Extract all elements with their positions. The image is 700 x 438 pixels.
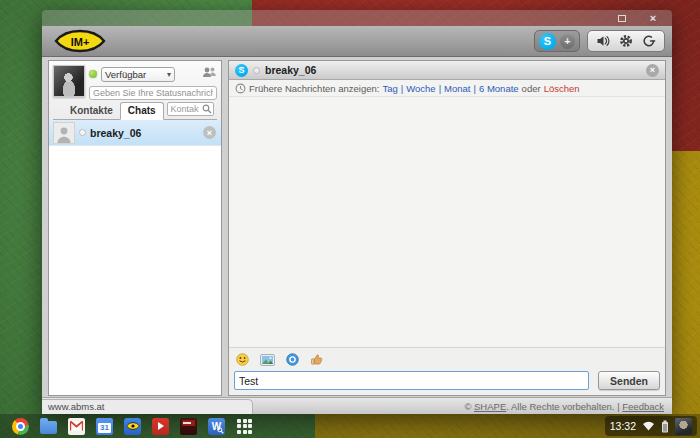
- copyright-suffix: . Alle Rechte vorbehalten. |: [506, 401, 622, 412]
- shape-link[interactable]: SHAPE: [474, 401, 506, 412]
- gmail-icon[interactable]: [68, 418, 85, 435]
- history-bar: Frühere Nachrichten anzeigen: Tag | Woch…: [229, 80, 665, 97]
- im-plus-logo-icon: IM+: [54, 29, 106, 53]
- close-icon: ×: [650, 65, 655, 75]
- people-icon: [201, 66, 217, 79]
- clock-label: 13:32: [610, 420, 636, 432]
- history-link-day[interactable]: Tag: [382, 83, 397, 94]
- close-chat-button[interactable]: ×: [646, 64, 659, 77]
- youtube-icon[interactable]: [152, 418, 169, 435]
- skype-account-button[interactable]: S: [539, 33, 556, 50]
- skype-icon: S: [544, 35, 551, 47]
- system-tray[interactable]: 13:32: [605, 416, 697, 436]
- separator: |: [474, 83, 476, 94]
- feedback-link[interactable]: Feedback: [622, 401, 664, 412]
- contact-status-dot: [79, 129, 86, 136]
- wikipedia-search-icon[interactable]: W: [208, 418, 225, 435]
- close-window-button[interactable]: ×: [646, 12, 660, 24]
- svg-text:IM+: IM+: [71, 36, 90, 48]
- clock-icon: [235, 83, 246, 94]
- settings-group: [587, 30, 665, 52]
- separator: |: [401, 83, 403, 94]
- separator: |: [439, 83, 441, 94]
- im-plus-taskbar-icon[interactable]: [124, 418, 141, 435]
- history-label: Frühere Nachrichten anzeigen:: [249, 83, 379, 94]
- chat-pane: S breaky_06 × Frühere Nachrichten anzeig…: [228, 60, 666, 396]
- toolbar-right-controls: S +: [534, 30, 665, 52]
- battery-icon: [661, 420, 669, 433]
- chat-status-dot: [253, 67, 260, 74]
- calendar-icon[interactable]: 31: [96, 418, 113, 435]
- compose-area: Senden: [229, 347, 665, 395]
- message-input[interactable]: [234, 371, 589, 390]
- app-toolbar: IM+ S +: [42, 26, 672, 57]
- dictionary-app-icon[interactable]: [180, 418, 197, 435]
- emoticon-button[interactable]: [236, 353, 249, 366]
- copyright-prefix: ©: [464, 401, 474, 412]
- chat-list: breaky_06 ×: [49, 120, 221, 395]
- chat-title: breaky_06: [265, 64, 316, 76]
- chevron-down-icon: ▾: [167, 70, 171, 79]
- contact-search: [167, 98, 214, 116]
- skype-letter: S: [238, 65, 244, 75]
- window-content: Verfügbar ▾: [42, 57, 672, 397]
- im-plus-logo: IM+: [54, 29, 106, 53]
- accounts-group: S +: [534, 30, 580, 52]
- window-titlebar[interactable]: ×: [42, 10, 672, 26]
- power-button[interactable]: [642, 34, 656, 48]
- send-button[interactable]: Senden: [598, 371, 660, 390]
- chat-plus-button[interactable]: [286, 353, 299, 366]
- calendar-date-label: 31: [98, 423, 111, 433]
- tab-kontakte[interactable]: Kontakte: [63, 103, 120, 119]
- history-link-week[interactable]: Woche: [406, 83, 435, 94]
- send-image-button[interactable]: [260, 354, 275, 366]
- history-link-month[interactable]: Monat: [444, 83, 470, 94]
- message-area[interactable]: [229, 97, 665, 347]
- history-delete-link[interactable]: Löschen: [544, 83, 580, 94]
- add-account-button[interactable]: +: [560, 34, 575, 49]
- files-icon[interactable]: [40, 421, 57, 434]
- compose-toolbar: [234, 351, 660, 371]
- close-icon: ×: [207, 128, 212, 138]
- taskbar: 31 W 13:32: [0, 414, 700, 438]
- skype-icon: S: [235, 64, 248, 77]
- contact-avatar-placeholder: [53, 122, 75, 144]
- history-or-text: oder: [522, 83, 541, 94]
- close-chat-item-button[interactable]: ×: [203, 126, 216, 139]
- desktop: × IM+ S +: [0, 0, 700, 438]
- history-link-six-months[interactable]: 6 Monate: [479, 83, 519, 94]
- search-icon: [202, 100, 212, 118]
- add-contact-button[interactable]: [201, 65, 217, 83]
- tray-user-avatar: [675, 418, 692, 435]
- tab-chats[interactable]: Chats: [120, 102, 164, 120]
- thumbs-up-button[interactable]: [310, 353, 323, 366]
- maximize-icon: [618, 15, 626, 22]
- app-launcher-icon[interactable]: [236, 418, 253, 435]
- im-plus-window: × IM+ S +: [42, 10, 672, 414]
- user-avatar[interactable]: [53, 65, 85, 97]
- online-status-dot: [89, 70, 97, 78]
- close-icon: ×: [650, 13, 656, 23]
- settings-gear-button[interactable]: [619, 34, 633, 48]
- sidebar-tabs: Kontakte Chats: [53, 100, 217, 120]
- sound-button[interactable]: [596, 34, 610, 48]
- wifi-icon: [642, 421, 655, 431]
- sidebar-header: Verfügbar ▾: [49, 61, 221, 120]
- copyright-text: © SHAPE. Alle Rechte vorbehalten. | Feed…: [464, 401, 664, 412]
- contact-name: breaky_06: [90, 127, 141, 139]
- status-url-bubble: www.abms.at: [42, 399, 253, 414]
- contacts-sidebar: Verfügbar ▾: [48, 60, 222, 396]
- message-input-row: Senden: [234, 371, 660, 390]
- status-select-value: Verfügbar: [105, 69, 146, 80]
- status-select[interactable]: Verfügbar ▾: [101, 67, 175, 82]
- maximize-button[interactable]: [615, 12, 629, 24]
- chrome-icon[interactable]: [12, 418, 29, 435]
- person-silhouette-icon: [55, 125, 73, 143]
- chat-tab-header[interactable]: S breaky_06 ×: [229, 61, 665, 80]
- chat-list-item[interactable]: breaky_06 ×: [49, 120, 221, 146]
